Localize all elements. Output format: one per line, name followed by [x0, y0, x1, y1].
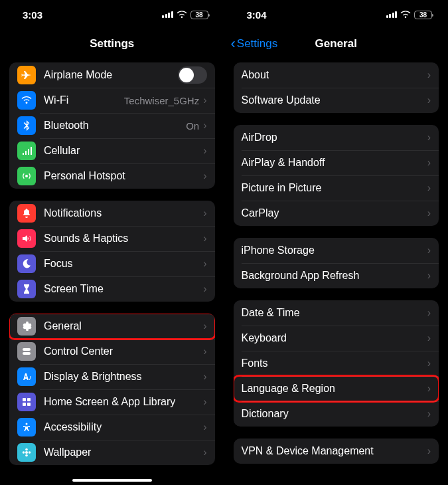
row-focus[interactable]: Focus› — [9, 251, 215, 276]
row-accessibility[interactable]: Accessibility› — [9, 415, 215, 440]
chevron-right-icon: › — [203, 258, 206, 270]
row-label: Dictionary — [242, 408, 427, 420]
cellular-icon — [17, 142, 36, 160]
row-label: Keyboard — [242, 332, 427, 344]
row-wifi[interactable]: Wi-FiTechwiser_5GHz› — [9, 88, 215, 113]
chevron-right-icon: › — [203, 345, 206, 357]
row-label: Picture in Picture — [242, 182, 427, 194]
moon-icon — [17, 254, 36, 273]
row-label: Display & Brightness — [44, 371, 203, 383]
row-airplay[interactable]: AirPlay & Handoff› — [234, 150, 439, 175]
row-label: Notifications — [44, 207, 203, 219]
status-bar: 3:04 38 — [224, 0, 449, 29]
chevron-right-icon: › — [203, 320, 206, 332]
toggle-switch[interactable] — [178, 66, 207, 84]
row-dictionary[interactable]: Dictionary› — [234, 401, 439, 427]
row-storage[interactable]: iPhone Storage› — [234, 238, 439, 263]
nav-bar: ‹ Settings General — [224, 29, 449, 58]
row-label: AirPlay & Handoff — [242, 157, 427, 169]
cellular-signal-icon — [162, 11, 173, 18]
settings-group: Airplane ModeWi-FiTechwiser_5GHz›Bluetoo… — [9, 62, 215, 189]
svg-rect-1 — [23, 352, 31, 355]
row-sounds[interactable]: Sounds & Haptics› — [9, 226, 215, 251]
chevron-right-icon: › — [203, 170, 206, 182]
row-label: CarPlay — [242, 207, 427, 219]
row-screentime[interactable]: Screen Time› — [9, 276, 215, 302]
chevron-right-icon: › — [427, 307, 431, 319]
row-label: Language & Region — [242, 383, 427, 395]
chevron-right-icon: › — [427, 69, 431, 81]
row-label: VPN & Device Management — [242, 445, 427, 457]
settings-screen: 3:03 38 Settings Airplane ModeWi-FiTechw… — [0, 0, 224, 485]
row-label: Home Screen & App Library — [44, 396, 203, 408]
row-label: Cellular — [44, 145, 203, 157]
status-time: 3:04 — [247, 9, 267, 21]
row-notifications[interactable]: Notifications› — [9, 201, 215, 226]
page-title: Settings — [90, 37, 134, 50]
row-about[interactable]: About› — [234, 62, 439, 88]
settings-list[interactable]: Airplane ModeWi-FiTechwiser_5GHz›Bluetoo… — [0, 58, 224, 485]
row-airplane[interactable]: Airplane Mode — [9, 62, 215, 88]
row-controlcenter[interactable]: Control Center› — [9, 339, 215, 364]
gear-icon — [17, 317, 36, 336]
accessibility-icon — [17, 418, 36, 436]
row-keyboard[interactable]: Keyboard› — [234, 326, 439, 351]
chevron-right-icon: › — [203, 233, 206, 244]
svg-rect-0 — [23, 348, 31, 351]
row-label: Bluetooth — [44, 120, 186, 132]
bell-icon — [17, 204, 36, 223]
row-label: AirDrop — [242, 132, 427, 144]
row-display[interactable]: Display & Brightness› — [9, 364, 215, 389]
home-indicator[interactable] — [72, 479, 152, 482]
chevron-right-icon: › — [427, 207, 431, 219]
settings-group: VPN & Device Management› — [234, 438, 439, 464]
row-label: Focus — [44, 258, 203, 270]
row-label: Airplane Mode — [44, 69, 178, 81]
row-software-update[interactable]: Software Update› — [234, 88, 439, 113]
chevron-left-icon: ‹ — [231, 37, 236, 51]
row-wallpaper[interactable]: Wallpaper› — [9, 440, 215, 465]
row-hotspot[interactable]: Personal Hotspot› — [9, 163, 215, 189]
row-label: iPhone Storage — [242, 244, 427, 256]
row-label: Screen Time — [44, 283, 203, 295]
chevron-right-icon: › — [427, 94, 431, 106]
switches-icon — [17, 342, 36, 361]
row-label: Personal Hotspot — [44, 170, 203, 182]
hotspot-icon — [17, 167, 36, 185]
chevron-right-icon: › — [427, 244, 431, 256]
row-general[interactable]: General› — [9, 314, 215, 339]
row-date-time[interactable]: Date & Time› — [234, 300, 439, 326]
status-bar: 3:03 38 — [0, 0, 224, 29]
row-fonts[interactable]: Fonts› — [234, 351, 439, 376]
chevron-right-icon: › — [427, 445, 431, 457]
svg-rect-4 — [23, 403, 26, 406]
row-homescreen[interactable]: Home Screen & App Library› — [9, 389, 215, 415]
svg-point-10 — [23, 451, 25, 454]
row-pip[interactable]: Picture in Picture› — [234, 175, 439, 201]
svg-point-9 — [25, 454, 28, 457]
general-screen: 3:04 38 ‹ Settings General About›Softwar… — [224, 0, 449, 485]
chevron-right-icon: › — [427, 182, 431, 194]
settings-group: iPhone Storage›Background App Refresh› — [234, 238, 439, 288]
row-cellular[interactable]: Cellular› — [9, 138, 215, 163]
hourglass-icon — [17, 280, 36, 298]
row-airdrop[interactable]: AirDrop› — [234, 125, 439, 150]
wifi-icon — [17, 91, 36, 110]
chevron-right-icon: › — [427, 132, 431, 144]
text-size-icon — [17, 367, 36, 386]
back-button[interactable]: ‹ Settings — [231, 37, 278, 51]
chevron-right-icon: › — [427, 383, 431, 395]
chevron-right-icon: › — [427, 408, 431, 420]
row-label: Fonts — [242, 357, 427, 369]
row-bluetooth[interactable]: BluetoothOn› — [9, 113, 215, 138]
row-language-region[interactable]: Language & Region› — [234, 376, 439, 401]
row-bg-refresh[interactable]: Background App Refresh› — [234, 263, 439, 288]
row-vpn[interactable]: VPN & Device Management› — [234, 438, 439, 464]
row-carplay[interactable]: CarPlay› — [234, 201, 439, 226]
general-list[interactable]: About›Software Update›AirDrop›AirPlay & … — [224, 58, 449, 485]
svg-point-11 — [29, 451, 31, 454]
back-label: Settings — [237, 37, 277, 50]
chevron-right-icon: › — [203, 371, 206, 383]
svg-rect-3 — [27, 398, 31, 401]
chevron-right-icon: › — [203, 145, 206, 157]
